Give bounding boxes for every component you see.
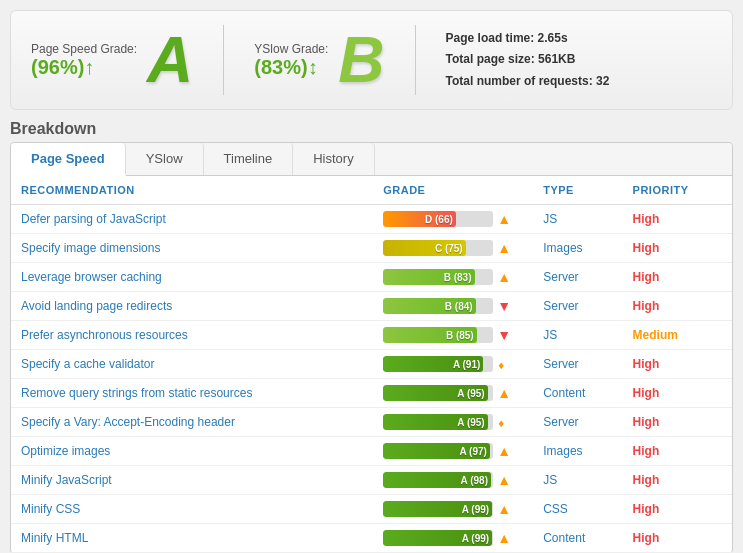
table-row: Avoid landing page redirectsB (84)▼Serve… [11, 292, 732, 321]
table-row: Defer parsing of JavaScriptD (66)▲JSHigh [11, 205, 732, 234]
trend-arrow-icon: ▲ [497, 501, 511, 517]
priority-cell: Medium [623, 321, 732, 350]
table-row: Minify CSSA (99)▲CSSHigh [11, 495, 732, 524]
tabs-header: Page Speed YSlow Timeline History [11, 143, 732, 176]
trend-arrow-icon: ▼ [497, 298, 511, 314]
table-row: Specify a Vary: Accept-Encoding headerA … [11, 408, 732, 437]
top-panel: Page Speed Grade: (96%)↑ A YSlow Grade: … [10, 10, 733, 110]
requests-row: Total number of requests: 32 [446, 71, 610, 93]
recommendation-link[interactable]: Remove query strings from static resourc… [21, 386, 252, 400]
table-row: Prefer asynchronous resourcesB (85)▼JSMe… [11, 321, 732, 350]
recommendation-link[interactable]: Avoid landing page redirects [21, 299, 172, 313]
trend-arrow-icon: ▼ [497, 327, 511, 343]
table-row: Remove query strings from static resourc… [11, 379, 732, 408]
trend-arrow-icon: ▲ [497, 269, 511, 285]
recommendation-link[interactable]: Specify a cache validator [21, 357, 154, 371]
priority-cell: High [623, 466, 732, 495]
priority-cell: High [623, 292, 732, 321]
trend-arrow-icon: ▲ [497, 385, 511, 401]
tab-yslow[interactable]: YSlow [126, 143, 204, 175]
priority-cell: High [623, 495, 732, 524]
type-cell: CSS [533, 495, 622, 524]
trend-arrow-icon: ▲ [497, 472, 511, 488]
priority-cell: High [623, 234, 732, 263]
recommendation-link[interactable]: Minify JavaScript [21, 473, 112, 487]
type-cell: Server [533, 350, 622, 379]
load-time-label: Page load time: [446, 31, 535, 45]
table-container: Recommendation Grade Type Priority Defer… [11, 176, 732, 553]
tabs-container: Page Speed YSlow Timeline History Recomm… [10, 142, 733, 553]
priority-cell: High [623, 379, 732, 408]
type-cell: Server [533, 292, 622, 321]
requests-label: Total number of requests: [446, 74, 593, 88]
priority-cell: High [623, 263, 732, 292]
yslow-label: YSlow Grade: [254, 42, 328, 56]
tab-page-speed[interactable]: Page Speed [11, 143, 126, 176]
col-priority: Priority [623, 176, 732, 205]
tab-history[interactable]: History [293, 143, 374, 175]
trend-arrow-icon: ▲ [497, 211, 511, 227]
trend-arrow-icon: ⬧ [497, 356, 505, 372]
page-speed-pct: (96%)↑ [31, 56, 137, 79]
col-grade: Grade [373, 176, 533, 205]
type-cell: Images [533, 437, 622, 466]
recommendation-link[interactable]: Optimize images [21, 444, 110, 458]
recommendation-link[interactable]: Minify HTML [21, 531, 88, 545]
trend-arrow-icon: ▲ [497, 530, 511, 546]
load-time-row: Page load time: 2.65s [446, 28, 610, 50]
divider2 [415, 25, 416, 95]
tab-timeline[interactable]: Timeline [204, 143, 294, 175]
load-time-value: 2.65s [538, 31, 568, 45]
requests-value: 32 [596, 74, 609, 88]
table-row: Specify a cache validatorA (91)⬧ServerHi… [11, 350, 732, 379]
page-speed-grade: Page Speed Grade: (96%)↑ A [31, 28, 193, 92]
type-cell: JS [533, 466, 622, 495]
type-cell: Images [533, 234, 622, 263]
recommendation-link[interactable]: Specify a Vary: Accept-Encoding header [21, 415, 235, 429]
page-size-row: Total page size: 561KB [446, 49, 610, 71]
recommendation-link[interactable]: Specify image dimensions [21, 241, 160, 255]
type-cell: Server [533, 408, 622, 437]
page-speed-label: Page Speed Grade: [31, 42, 137, 56]
trend-arrow-icon: ▲ [497, 240, 511, 256]
type-cell: Content [533, 524, 622, 553]
trend-arrow-icon: ⬧ [497, 414, 505, 430]
type-cell: Content [533, 379, 622, 408]
col-recommendation: Recommendation [11, 176, 373, 205]
table-row: Specify image dimensionsC (75)▲ImagesHig… [11, 234, 732, 263]
recommendations-table: Recommendation Grade Type Priority Defer… [11, 176, 732, 553]
table-row: Minify HTMLA (99)▲ContentHigh [11, 524, 732, 553]
page-size-value: 561KB [538, 52, 575, 66]
table-row: Minify JavaScriptA (98)▲JSHigh [11, 466, 732, 495]
stats-block: Page load time: 2.65s Total page size: 5… [446, 28, 610, 93]
recommendation-link[interactable]: Defer parsing of JavaScript [21, 212, 166, 226]
page-size-label: Total page size: [446, 52, 535, 66]
table-row: Leverage browser cachingB (83)▲ServerHig… [11, 263, 732, 292]
priority-cell: High [623, 437, 732, 466]
priority-cell: High [623, 205, 732, 234]
priority-cell: High [623, 524, 732, 553]
type-cell: Server [533, 263, 622, 292]
yslow-grade: YSlow Grade: (83%)↕ B [254, 28, 384, 92]
col-type: Type [533, 176, 622, 205]
trend-arrow-icon: ▲ [497, 443, 511, 459]
recommendation-link[interactable]: Leverage browser caching [21, 270, 162, 284]
yslow-pct: (83%)↕ [254, 56, 328, 79]
yslow-letter: B [338, 28, 384, 92]
divider [223, 25, 224, 95]
breakdown-title: Breakdown [10, 120, 733, 138]
table-row: Optimize imagesA (97)▲ImagesHigh [11, 437, 732, 466]
recommendation-link[interactable]: Prefer asynchronous resources [21, 328, 188, 342]
type-cell: JS [533, 321, 622, 350]
priority-cell: High [623, 408, 732, 437]
page-speed-letter: A [147, 28, 193, 92]
priority-cell: High [623, 350, 732, 379]
recommendation-link[interactable]: Minify CSS [21, 502, 80, 516]
type-cell: JS [533, 205, 622, 234]
